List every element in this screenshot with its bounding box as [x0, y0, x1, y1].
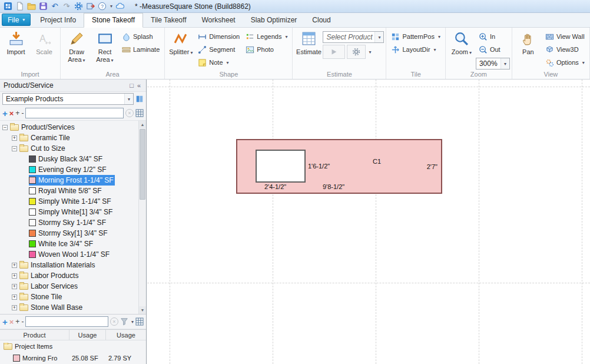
usage-filter-dropdown-arrow[interactable]: ▾	[131, 319, 134, 325]
patternpos-button[interactable]: PatternPos ▾	[388, 30, 443, 43]
usage-filter-icon[interactable]	[120, 317, 128, 326]
usage-clear-search-icon[interactable]: ×	[110, 317, 118, 326]
product-tree-scrollbar[interactable]: ▲ ▼	[138, 121, 146, 314]
scale-button[interactable]: A Scale	[30, 28, 58, 70]
expand-icon[interactable]: +	[12, 305, 17, 310]
estimate-settings-button[interactable]	[347, 45, 366, 59]
scroll-down-icon[interactable]: ▼	[139, 306, 146, 314]
usage-search-input[interactable]	[25, 316, 108, 327]
estimate-settings-dropdown-arrow[interactable]: ▾	[369, 49, 371, 55]
collapse-icon[interactable]: −	[12, 146, 17, 151]
select-product-combo[interactable]: Select Product ▾	[323, 31, 384, 43]
options-button[interactable]: Options ▾	[542, 56, 588, 69]
tree-product-row[interactable]: Morning Frost 1-1/4" SF	[29, 175, 115, 186]
tree-product-row[interactable]: Dusky Black 3/4" SF	[29, 154, 104, 164]
tree-product-row[interactable]: Simply White 1-1/4" SF	[29, 196, 112, 207]
tab-worksheet[interactable]: Worksheet	[194, 14, 243, 27]
view-wall-button[interactable]: View Wall	[542, 30, 588, 43]
tab-project-info[interactable]: Project Info	[32, 14, 84, 27]
tree-product-row[interactable]: Simply White[1] 3/4" SF	[29, 207, 114, 217]
usage-delete-button[interactable]: ×	[9, 318, 14, 326]
expand-icon[interactable]: +	[12, 263, 17, 268]
tree-folder-row[interactable]: −Product/Services	[2, 122, 76, 133]
help-icon[interactable]: ?	[97, 2, 107, 11]
cloud-icon[interactable]	[115, 2, 124, 11]
tree-folder-row[interactable]: −Cut to Size	[12, 143, 67, 154]
segment-button[interactable]: Segment	[195, 43, 243, 56]
zoom-button[interactable]: Zoom▾	[448, 28, 476, 70]
zoom-level-combo[interactable]: 300% ▾	[476, 58, 510, 70]
redo-icon[interactable]: ↷	[62, 2, 71, 11]
draw-area-button[interactable]: Draw Area▾	[62, 28, 91, 70]
product-grid-view-button[interactable]	[135, 109, 144, 117]
save-icon[interactable]	[38, 2, 48, 11]
tab-cloud[interactable]: Cloud	[304, 14, 338, 27]
tab-stone-takeoff[interactable]: Stone Takeoff	[84, 13, 143, 28]
panel-collapse-icon[interactable]: «	[135, 82, 142, 89]
pan-button[interactable]: Pan	[514, 28, 542, 70]
tree-product-row[interactable]: Woven Wool 1-1/4" SF	[29, 249, 111, 260]
zoom-out-button[interactable]: Out	[476, 43, 510, 56]
catalog-combo[interactable]: Example Products ▾	[2, 93, 134, 105]
drawing-canvas[interactable]: 1'6-1/2" C1 2'7" 2'4-1/2" 9'8-1/2"	[147, 80, 590, 364]
usage-folder-row[interactable]: Project Items	[0, 340, 146, 352]
tree-folder-row[interactable]: +Stone Wall Base	[12, 302, 84, 313]
usage-column-usage-sy[interactable]: Usage	[106, 330, 146, 340]
expand-icon[interactable]: +	[12, 294, 17, 300]
settings-gear-icon[interactable]	[74, 2, 83, 11]
usage-add-button[interactable]: +	[2, 317, 8, 326]
room-cutout[interactable]	[256, 150, 306, 183]
export-icon[interactable]	[85, 2, 95, 11]
collapse-icon[interactable]: −	[2, 125, 8, 130]
undo-icon[interactable]: ↶	[50, 2, 59, 11]
clear-search-icon[interactable]: ×	[125, 109, 134, 117]
photo-button[interactable]: Photo	[243, 43, 290, 56]
file-menu-button[interactable]: File ▾	[2, 14, 31, 26]
tree-product-row[interactable]: Stormy Sky[1] 3/4" SF	[29, 228, 109, 239]
expand-icon[interactable]: +	[12, 284, 17, 289]
tree-folder-row[interactable]: +Installation Materials	[12, 260, 96, 270]
tree-product-row[interactable]: Stormy Sky 1-1/4" SF	[29, 217, 107, 228]
usage-column-usage-sf[interactable]: Usage	[69, 330, 106, 340]
usage-grid-view-button[interactable]	[135, 317, 144, 326]
usage-expand-all-button[interactable]: +	[15, 318, 19, 325]
layoutdir-button[interactable]: LayoutDir ▾	[388, 43, 443, 56]
add-product-button[interactable]: +	[2, 109, 8, 118]
room-area-shape[interactable]: 1'6-1/2" C1 2'7" 2'4-1/2" 9'8-1/2"	[236, 139, 442, 194]
usage-collapse-all-button[interactable]: -	[21, 318, 24, 325]
panel-float-icon[interactable]: □	[128, 82, 135, 89]
rect-area-button[interactable]: Rect Area▾	[91, 28, 119, 70]
tree-folder-row[interactable]: +Stone Tile	[12, 292, 63, 302]
view3d-button[interactable]: View3D	[542, 43, 588, 56]
laminate-button[interactable]: Laminate	[119, 43, 163, 56]
tab-tile-takeoff[interactable]: Tile Takeoff	[143, 14, 194, 27]
scroll-up-icon[interactable]: ▲	[139, 121, 146, 128]
usage-column-product[interactable]: Product	[0, 330, 69, 340]
open-folder-icon[interactable]	[26, 2, 36, 11]
collapse-all-button[interactable]: -	[21, 110, 24, 117]
import-button[interactable]: Import	[2, 28, 30, 70]
tab-slab-optimizer[interactable]: Slab Optimizer	[243, 14, 305, 27]
help-dropdown-arrow[interactable]: ▾	[110, 4, 112, 9]
tree-product-row[interactable]: Royal White 5/8" SF	[29, 186, 103, 196]
splitter-button[interactable]: Splitter▾	[167, 28, 195, 70]
scroll-thumb[interactable]	[140, 129, 145, 200]
expand-icon[interactable]: +	[12, 273, 17, 279]
tree-folder-row[interactable]: +Ceramic Tile	[12, 133, 71, 143]
zoom-in-button[interactable]: In	[476, 30, 510, 43]
estimate-button[interactable]: Estimate	[294, 28, 323, 70]
dimension-button[interactable]: Dimension	[195, 30, 243, 43]
catalog-icon[interactable]	[135, 95, 144, 103]
usage-product-row[interactable]: Morning Fro25.08 SF2.79 SY	[0, 352, 146, 364]
tree-folder-row[interactable]: +Labor Products	[12, 270, 79, 281]
tree-product-row[interactable]: Evening Grey 1/2" SF	[29, 164, 108, 175]
new-document-icon[interactable]	[15, 2, 24, 11]
note-button[interactable]: Note ▾	[195, 56, 243, 69]
legends-button[interactable]: Legends ▾	[243, 30, 290, 43]
product-search-input[interactable]	[25, 108, 124, 118]
expand-all-button[interactable]: +	[15, 110, 19, 117]
tree-folder-row[interactable]: +Labor Services	[12, 281, 79, 292]
run-estimate-button[interactable]	[323, 45, 345, 59]
expand-icon[interactable]: +	[12, 135, 17, 141]
tree-product-row[interactable]: White Ice 3/4" SF	[29, 239, 94, 249]
